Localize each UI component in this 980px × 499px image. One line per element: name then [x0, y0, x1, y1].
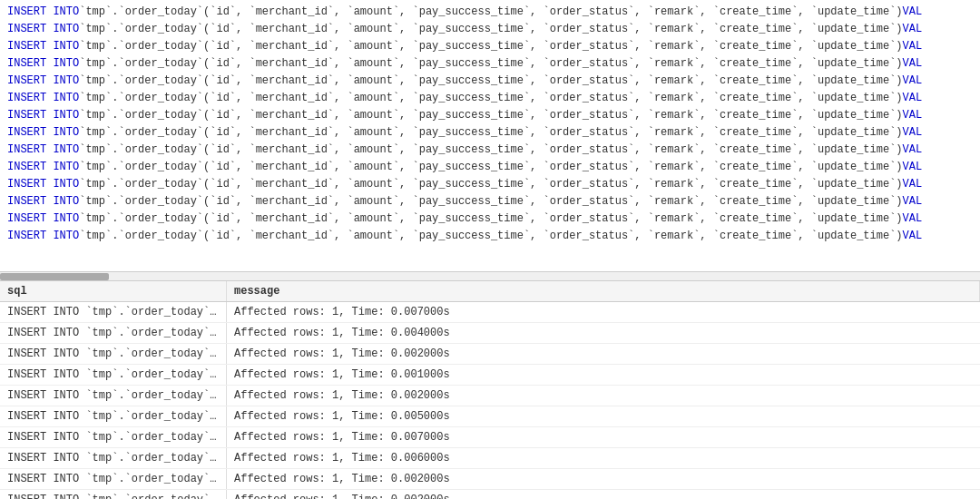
keyword-val: VAL [903, 21, 923, 38]
keyword-insert: INSERT INTO [7, 21, 79, 38]
keyword-insert: INSERT INTO [7, 90, 79, 107]
sql-body: `tmp`.`order_today`(`id`, `merchant_id`,… [79, 124, 902, 142]
sql-body: `tmp`.`order_today`(`id`, `merchant_id`,… [79, 193, 902, 210]
result-sql-cell: INSERT INTO `tmp`.`order_today`(`id`, `m… [0, 490, 227, 499]
result-row: INSERT INTO `tmp`.`order_today`(`id`, `m… [0, 427, 980, 448]
result-message-cell: Affected rows: 1, Time: 0.006000s [227, 448, 980, 468]
keyword-val: VAL [903, 4, 923, 21]
keyword-val: VAL [903, 193, 923, 210]
results-header: sql message [0, 281, 980, 302]
result-row: INSERT INTO `tmp`.`order_today`(`id`, `m… [0, 406, 980, 427]
keyword-val: VAL [903, 142, 923, 159]
keyword-val: VAL [903, 228, 923, 245]
result-message-cell: Affected rows: 1, Time: 0.001000s [227, 365, 980, 385]
sql-line: INSERT INTO `tmp`.`order_today`(`id`, `m… [0, 107, 980, 124]
keyword-insert: INSERT INTO [7, 55, 79, 73]
result-message-cell: Affected rows: 1, Time: 0.007000s [227, 427, 980, 447]
keyword-val: VAL [903, 107, 923, 124]
sql-line: INSERT INTO `tmp`.`order_today`(`id`, `m… [0, 21, 980, 38]
keyword-insert: INSERT INTO [7, 38, 79, 55]
sql-body: `tmp`.`order_today`(`id`, `merchant_id`,… [79, 107, 902, 124]
sql-line: INSERT INTO `tmp`.`order_today`(`id`, `m… [0, 124, 980, 142]
result-sql-cell: INSERT INTO `tmp`.`order_today`(`id`, `m… [0, 344, 227, 364]
sql-body: `tmp`.`order_today`(`id`, `merchant_id`,… [79, 142, 902, 159]
keyword-val: VAL [903, 210, 923, 228]
results-body[interactable]: INSERT INTO `tmp`.`order_today`(`id`, `m… [0, 302, 980, 499]
keyword-val: VAL [903, 55, 923, 73]
result-message-cell: Affected rows: 1, Time: 0.002000s [227, 386, 980, 406]
result-sql-cell: INSERT INTO `tmp`.`order_today`(`id`, `m… [0, 469, 227, 489]
result-message-cell: Affected rows: 1, Time: 0.002000s [227, 490, 980, 499]
sql-line: INSERT INTO `tmp`.`order_today`(`id`, `m… [0, 73, 980, 90]
keyword-insert: INSERT INTO [7, 73, 79, 90]
keyword-insert: INSERT INTO [7, 210, 79, 228]
sql-body: `tmp`.`order_today`(`id`, `merchant_id`,… [79, 21, 902, 38]
scrollbar-thumb[interactable] [0, 273, 109, 280]
keyword-insert: INSERT INTO [7, 124, 79, 142]
sql-line: INSERT INTO `tmp`.`order_today`(`id`, `m… [0, 142, 980, 159]
sql-line: INSERT INTO `tmp`.`order_today`(`id`, `m… [0, 90, 980, 107]
sql-body: `tmp`.`order_today`(`id`, `merchant_id`,… [79, 73, 902, 90]
sql-editor[interactable]: INSERT INTO `tmp`.`order_today`(`id`, `m… [0, 0, 980, 272]
result-sql-cell: INSERT INTO `tmp`.`order_today`(`id`, `m… [0, 427, 227, 447]
sql-line: INSERT INTO `tmp`.`order_today`(`id`, `m… [0, 210, 980, 228]
sql-body: `tmp`.`order_today`(`id`, `merchant_id`,… [79, 55, 902, 73]
result-row: INSERT INTO `tmp`.`order_today`(`id`, `m… [0, 490, 980, 499]
sql-body: `tmp`.`order_today`(`id`, `merchant_id`,… [79, 4, 902, 21]
keyword-insert: INSERT INTO [7, 193, 79, 210]
result-message-cell: Affected rows: 1, Time: 0.002000s [227, 344, 980, 364]
col-header-message: message [227, 281, 980, 301]
sql-body: `tmp`.`order_today`(`id`, `merchant_id`,… [79, 176, 902, 193]
sql-line: INSERT INTO `tmp`.`order_today`(`id`, `m… [0, 4, 980, 21]
sql-line: INSERT INTO `tmp`.`order_today`(`id`, `m… [0, 228, 980, 245]
sql-line: INSERT INTO `tmp`.`order_today`(`id`, `m… [0, 193, 980, 210]
result-sql-cell: INSERT INTO `tmp`.`order_today`(`id`, `m… [0, 386, 227, 406]
sql-line: INSERT INTO `tmp`.`order_today`(`id`, `m… [0, 176, 980, 193]
keyword-val: VAL [903, 90, 923, 107]
result-sql-cell: INSERT INTO `tmp`.`order_today`(`id`, `m… [0, 302, 227, 322]
result-sql-cell: INSERT INTO `tmp`.`order_today`(`id`, `m… [0, 406, 227, 426]
keyword-val: VAL [903, 124, 923, 142]
result-sql-cell: INSERT INTO `tmp`.`order_today`(`id`, `m… [0, 448, 227, 468]
keyword-val: VAL [903, 38, 923, 55]
result-row: INSERT INTO `tmp`.`order_today`(`id`, `m… [0, 344, 980, 365]
keyword-insert: INSERT INTO [7, 4, 79, 21]
sql-body: `tmp`.`order_today`(`id`, `merchant_id`,… [79, 210, 902, 228]
sql-body: `tmp`.`order_today`(`id`, `merchant_id`,… [79, 90, 902, 107]
result-message-cell: Affected rows: 1, Time: 0.007000s [227, 302, 980, 322]
col-header-sql: sql [0, 281, 227, 301]
result-sql-cell: INSERT INTO `tmp`.`order_today`(`id`, `m… [0, 365, 227, 385]
result-row: INSERT INTO `tmp`.`order_today`(`id`, `m… [0, 448, 980, 469]
result-message-cell: Affected rows: 1, Time: 0.004000s [227, 323, 980, 343]
sql-body: `tmp`.`order_today`(`id`, `merchant_id`,… [79, 159, 902, 176]
result-row: INSERT INTO `tmp`.`order_today`(`id`, `m… [0, 469, 980, 490]
result-message-cell: Affected rows: 1, Time: 0.005000s [227, 406, 980, 426]
result-row: INSERT INTO `tmp`.`order_today`(`id`, `m… [0, 323, 980, 344]
keyword-val: VAL [903, 159, 923, 176]
sql-line: INSERT INTO `tmp`.`order_today`(`id`, `m… [0, 55, 980, 73]
keyword-insert: INSERT INTO [7, 159, 79, 176]
keyword-insert: INSERT INTO [7, 228, 79, 245]
sql-body: `tmp`.`order_today`(`id`, `merchant_id`,… [79, 228, 902, 245]
keyword-insert: INSERT INTO [7, 107, 79, 124]
sql-line: INSERT INTO `tmp`.`order_today`(`id`, `m… [0, 159, 980, 176]
keyword-val: VAL [903, 176, 923, 193]
keyword-val: VAL [903, 73, 923, 90]
result-sql-cell: INSERT INTO `tmp`.`order_today`(`id`, `m… [0, 323, 227, 343]
result-message-cell: Affected rows: 1, Time: 0.002000s [227, 469, 980, 489]
results-section: sql message INSERT INTO `tmp`.`order_tod… [0, 281, 980, 499]
result-row: INSERT INTO `tmp`.`order_today`(`id`, `m… [0, 365, 980, 386]
keyword-insert: INSERT INTO [7, 142, 79, 159]
sql-body: `tmp`.`order_today`(`id`, `merchant_id`,… [79, 38, 902, 55]
keyword-insert: INSERT INTO [7, 176, 79, 193]
result-row: INSERT INTO `tmp`.`order_today`(`id`, `m… [0, 386, 980, 406]
result-row: INSERT INTO `tmp`.`order_today`(`id`, `m… [0, 302, 980, 323]
sql-line: INSERT INTO `tmp`.`order_today`(`id`, `m… [0, 38, 980, 55]
horizontal-scrollbar[interactable] [0, 272, 980, 281]
main-container: INSERT INTO `tmp`.`order_today`(`id`, `m… [0, 0, 980, 499]
